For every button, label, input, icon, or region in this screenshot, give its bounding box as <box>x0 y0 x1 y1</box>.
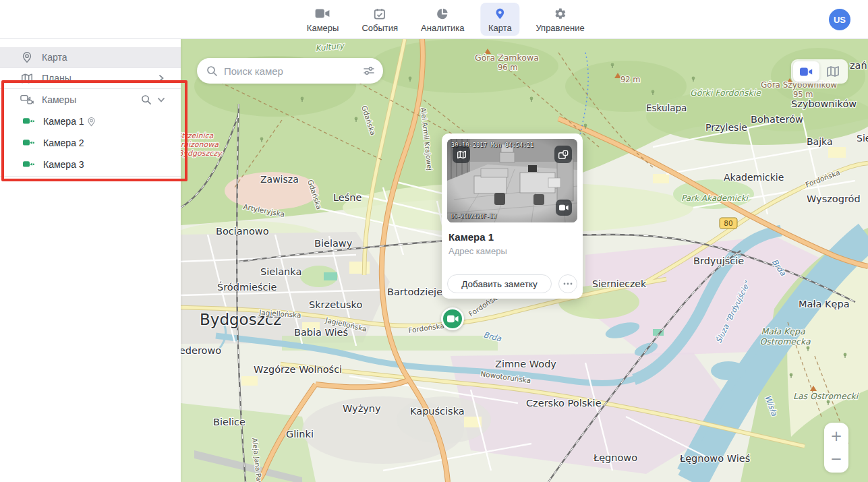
calendar-icon <box>374 6 386 21</box>
divider <box>0 176 181 177</box>
nav-item-cameras[interactable]: Камеры <box>300 3 346 36</box>
map-label: 95 m <box>793 90 813 99</box>
nav-label: Аналитика <box>421 23 464 33</box>
camera-list-item-2[interactable]: Камера 2 <box>0 132 181 154</box>
map-label: Czersko Polskie <box>526 398 602 409</box>
map-label: Bielawy <box>314 238 353 249</box>
map-layer-button[interactable] <box>819 61 846 82</box>
map-canvas[interactable]: 80 KulturyGóra Zamkowa96 m92 mzańGóra Sz… <box>181 39 868 482</box>
chevron-right-icon[interactable] <box>154 71 169 86</box>
map-label: Bohaterów <box>751 114 803 125</box>
zoom-in-button[interactable]: + <box>826 427 846 446</box>
add-note-button[interactable]: Добавить заметку <box>447 274 552 293</box>
map-label: Bajka <box>807 136 833 147</box>
map-label: Bielice <box>213 417 245 427</box>
map-label: 96 m <box>498 63 518 72</box>
map-label: 92 m <box>620 75 641 84</box>
camera-popup-card: 30-10-2017 Mon 04:54:21 DS-2CD2420F-IW К… <box>442 133 583 299</box>
map-label: Park Akademicki <box>681 193 749 203</box>
chevron-down-icon[interactable] <box>154 92 169 107</box>
map-label: Wyżyny <box>343 403 381 414</box>
ellipsis-icon <box>563 282 573 285</box>
camera-online-icon <box>23 160 35 169</box>
gear-icon <box>554 6 567 21</box>
map-label: Szybowników <box>791 98 857 109</box>
map-pin-outline-icon <box>20 51 34 64</box>
map-label: Sielanka <box>260 266 301 277</box>
show-on-map-button[interactable] <box>453 146 470 163</box>
sidebar: Карта Планы Камеры <box>0 39 181 482</box>
map-label: Łęgnowo Wieś <box>679 453 750 464</box>
camera-item-label: Камера 3 <box>43 159 84 170</box>
nav-item-management[interactable]: Управление <box>529 3 591 36</box>
map-label: Glinki <box>286 429 314 440</box>
video-camera-icon <box>316 6 330 21</box>
svg-text:80: 80 <box>724 219 732 227</box>
topbar: Камеры События Аналитика Карта <box>0 0 868 39</box>
sidebar-item-label: Карта <box>42 52 67 63</box>
map-label: Siernieczek <box>592 278 647 289</box>
open-in-window-button[interactable] <box>554 146 572 163</box>
nav-label: Камеры <box>307 23 339 33</box>
cameras-group-icon <box>20 93 34 107</box>
map-label: Łęgnowo <box>593 452 637 463</box>
sidebar-section-label: Камеры <box>42 94 76 105</box>
nav-item-events[interactable]: События <box>355 3 405 36</box>
map-label: Zimne Wody <box>495 359 556 369</box>
map-label: Ostromecka <box>759 336 811 347</box>
more-actions-button[interactable] <box>558 274 577 293</box>
map-label: Leśne <box>333 192 361 203</box>
app-window: 80 KulturyGóra Zamkowa96 m92 mzańGóra Sz… <box>0 0 868 482</box>
map-label: zań <box>850 60 867 71</box>
map-label: Mała Kępa <box>761 326 805 336</box>
map-pin-icon <box>494 6 506 21</box>
sidebar-item-label: Планы <box>42 73 71 84</box>
map-label: Górki Fordońskie <box>690 88 761 98</box>
popup-actions: Добавить заметку <box>447 274 577 293</box>
picture-in-picture-icon <box>558 150 569 160</box>
camera-online-icon <box>23 138 35 148</box>
sidebar-item-map[interactable]: Карта <box>0 47 181 67</box>
map-label: Bydgoszczy <box>181 149 223 158</box>
map-icon <box>457 150 467 159</box>
map-label: Mała Kępa <box>799 299 850 309</box>
map-label: Akademickie <box>724 172 784 183</box>
map-label: garnizonowa <box>181 140 219 149</box>
zoom-out-button[interactable]: − <box>826 450 846 469</box>
camera-address: Адрес камеры <box>449 246 576 256</box>
camera-map-marker[interactable] <box>441 307 464 330</box>
search-input[interactable] <box>224 65 363 77</box>
map-label: Skrzetusko <box>309 299 362 310</box>
pie-chart-icon <box>436 6 449 21</box>
video-camera-icon <box>559 204 569 211</box>
filter-icon[interactable] <box>363 65 375 77</box>
located-pin-icon[interactable] <box>84 114 99 129</box>
video-camera-icon <box>447 315 459 323</box>
route-shield: 80 <box>720 218 737 229</box>
camera-online-icon <box>23 117 35 126</box>
map-label: Las Ostromecki <box>793 391 859 401</box>
sidebar-section-cameras[interactable]: Камеры <box>0 89 181 111</box>
user-avatar[interactable]: US <box>829 9 850 30</box>
map-label: Przylesie <box>705 122 747 133</box>
live-view-button[interactable] <box>556 200 572 216</box>
camera-thumbnail[interactable]: 30-10-2017 Mon 04:54:21 DS-2CD2420F-IW <box>447 139 577 222</box>
nav-label: Управление <box>536 23 584 33</box>
map-view-toggle <box>791 59 848 84</box>
camera-search-bar <box>197 58 383 84</box>
camera-model-label: DS-2CD2420F-IW <box>451 214 496 220</box>
map-label: Śródmieście <box>217 281 277 293</box>
map-label: Strzelnica <box>181 131 213 140</box>
sidebar-item-plans[interactable]: Планы <box>0 68 181 88</box>
map-label: Bartodzieje <box>387 287 442 297</box>
camera-title: Камера 1 <box>449 231 576 243</box>
map-label: Wyszogród <box>807 193 861 204</box>
camera-list-item-3[interactable]: Камера 3 <box>0 154 181 175</box>
map-label: Bocianowo <box>216 226 269 237</box>
nav-item-map[interactable]: Карта <box>480 3 519 36</box>
nav-item-analytics[interactable]: Аналитика <box>414 3 471 36</box>
camera-list-item-1[interactable]: Камера 1 <box>0 111 181 132</box>
search-icon[interactable] <box>139 92 154 107</box>
map-icon <box>20 71 34 85</box>
camera-layer-button[interactable] <box>793 61 819 82</box>
